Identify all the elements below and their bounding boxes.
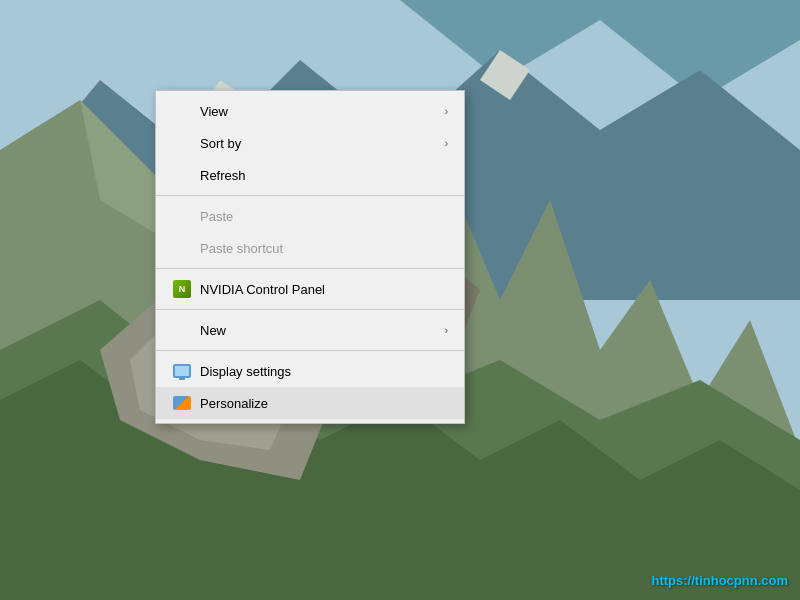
personalize-icon — [172, 393, 192, 413]
display-icon — [172, 361, 192, 381]
display-icon — [173, 364, 191, 378]
refresh-icon-spacer — [172, 165, 192, 185]
display-label: Display settings — [200, 364, 448, 379]
personalize-label: Personalize — [200, 396, 448, 411]
watermark: https://tinhocpnn.com — [652, 573, 788, 588]
menu-item-sort-by[interactable]: Sort by› — [156, 127, 464, 159]
personalize-icon — [173, 396, 191, 410]
menu-item-paste-shortcut: Paste shortcut — [156, 232, 464, 264]
menu-item-nvidia[interactable]: NNVIDIA Control Panel — [156, 273, 464, 305]
new-label: New — [200, 323, 445, 338]
paste-shortcut-label: Paste shortcut — [200, 241, 448, 256]
menu-item-display[interactable]: Display settings — [156, 355, 464, 387]
menu-item-paste: Paste — [156, 200, 464, 232]
nvidia-icon: N — [172, 279, 192, 299]
nvidia-label: NVIDIA Control Panel — [200, 282, 448, 297]
menu-item-personalize[interactable]: Personalize — [156, 387, 464, 419]
separator-sep3 — [156, 309, 464, 310]
separator-sep4 — [156, 350, 464, 351]
refresh-label: Refresh — [200, 168, 448, 183]
view-icon-spacer — [172, 101, 192, 121]
sort-by-icon-spacer — [172, 133, 192, 153]
paste-shortcut-icon-spacer — [172, 238, 192, 258]
separator-sep2 — [156, 268, 464, 269]
sort-by-label: Sort by — [200, 136, 445, 151]
menu-item-refresh[interactable]: Refresh — [156, 159, 464, 191]
sort-by-chevron-icon: › — [445, 138, 448, 149]
context-menu: View›Sort by›RefreshPastePaste shortcutN… — [155, 90, 465, 424]
menu-item-new[interactable]: New› — [156, 314, 464, 346]
new-icon-spacer — [172, 320, 192, 340]
menu-item-view[interactable]: View› — [156, 95, 464, 127]
separator-sep1 — [156, 195, 464, 196]
view-label: View — [200, 104, 445, 119]
new-chevron-icon: › — [445, 325, 448, 336]
view-chevron-icon: › — [445, 106, 448, 117]
paste-icon-spacer — [172, 206, 192, 226]
nvidia-icon: N — [173, 280, 191, 298]
paste-label: Paste — [200, 209, 448, 224]
